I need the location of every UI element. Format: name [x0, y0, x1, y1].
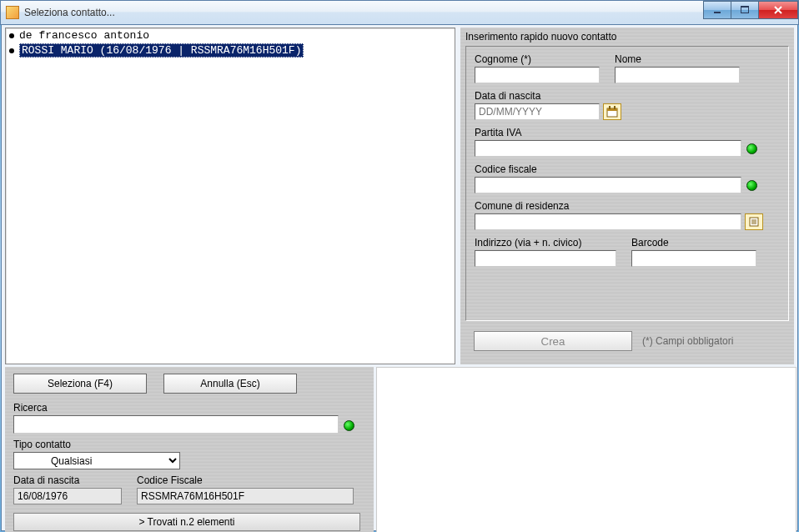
- comune-input[interactable]: [475, 213, 741, 230]
- partita-iva-input[interactable]: [475, 140, 741, 157]
- blank-panel: [376, 367, 796, 532]
- data-nascita-input[interactable]: [475, 103, 600, 120]
- calendar-picker-button[interactable]: [603, 103, 621, 120]
- list-item-text: de francesco antonio: [19, 29, 149, 42]
- crea-button[interactable]: Crea: [474, 331, 632, 351]
- nome-label: Nome: [615, 53, 740, 65]
- status-led-icon: [344, 420, 354, 431]
- app-icon: [6, 6, 19, 19]
- barcode-label: Barcode: [631, 237, 756, 248]
- required-note: (*) Campi obbligatori: [642, 335, 733, 347]
- data-nascita-value: 16/08/1976: [13, 488, 122, 504]
- window-body: de francesco antonio ROSSI MARIO (16/08/…: [1, 25, 798, 531]
- search-panel: Seleziona (F4) Annulla (Esc) Ricerca Tip…: [5, 367, 374, 532]
- minimize-button[interactable]: [703, 1, 731, 19]
- cognome-label: Cognome (*): [475, 53, 600, 65]
- ricerca-input[interactable]: [13, 415, 339, 434]
- data-nascita-label: Data di nascita: [475, 90, 780, 102]
- comune-lookup-button[interactable]: [745, 213, 763, 230]
- window-titlebar: Seleziona contatto...: [0, 0, 799, 25]
- svg-rect-5: [609, 106, 611, 109]
- status-text: > Trovati n.2 elementi: [138, 516, 234, 528]
- indirizzo-label: Indirizzo (via + n. civico): [475, 237, 616, 248]
- list-item[interactable]: ROSSI MARIO (16/08/1976 | RSSMRA76M16H50…: [6, 43, 455, 58]
- data-nascita-search-label: Data di nascita: [13, 474, 122, 486]
- calendar-icon: [606, 106, 618, 118]
- bullet-icon: [9, 48, 14, 53]
- list-item-text: ROSSI MARIO (16/08/1976 | RSSMRA76M16H50…: [19, 43, 304, 58]
- svg-rect-4: [607, 108, 617, 111]
- nome-input[interactable]: [615, 67, 740, 83]
- cognome-input[interactable]: [475, 67, 600, 83]
- tipo-contatto-label: Tipo contatto: [13, 439, 365, 450]
- annulla-button[interactable]: Annulla (Esc): [163, 374, 297, 394]
- tipo-contatto-select[interactable]: Qualsiasi: [13, 452, 180, 469]
- barcode-input[interactable]: [631, 250, 756, 267]
- codice-fiscale-input[interactable]: [475, 177, 741, 193]
- status-bar: > Trovati n.2 elementi: [13, 513, 360, 531]
- contact-list[interactable]: de francesco antonio ROSSI MARIO (16/08/…: [5, 28, 455, 364]
- codice-fiscale-value: RSSMRA76M16H501F: [137, 488, 354, 504]
- panel-title: Inserimento rapido nuovo contatto: [465, 31, 789, 43]
- new-contact-panel: Inserimento rapido nuovo contatto Cognom…: [460, 28, 794, 364]
- list-item[interactable]: de francesco antonio: [6, 28, 455, 43]
- indirizzo-input[interactable]: [475, 250, 616, 267]
- maximize-button[interactable]: [731, 1, 759, 19]
- status-led-icon: [746, 143, 757, 154]
- svg-rect-0: [714, 12, 721, 13]
- codice-fiscale-label: Codice fiscale: [475, 163, 780, 175]
- window-controls: [704, 1, 798, 19]
- codice-fiscale-search-label: Codice Fiscale: [137, 474, 354, 486]
- seleziona-button[interactable]: Seleziona (F4): [13, 374, 147, 394]
- comune-label: Comune di residenza: [475, 200, 780, 212]
- partita-iva-label: Partita IVA: [475, 127, 780, 138]
- status-led-icon: [746, 180, 757, 191]
- lookup-icon: [748, 216, 760, 228]
- bullet-icon: [9, 33, 14, 38]
- close-button[interactable]: [758, 1, 798, 19]
- ricerca-label: Ricerca: [13, 402, 365, 414]
- svg-rect-6: [614, 106, 616, 109]
- svg-rect-2: [741, 6, 749, 8]
- window-title: Seleziona contatto...: [24, 7, 115, 18]
- form-group: Cognome (*) Nome Data di nascita: [465, 46, 789, 321]
